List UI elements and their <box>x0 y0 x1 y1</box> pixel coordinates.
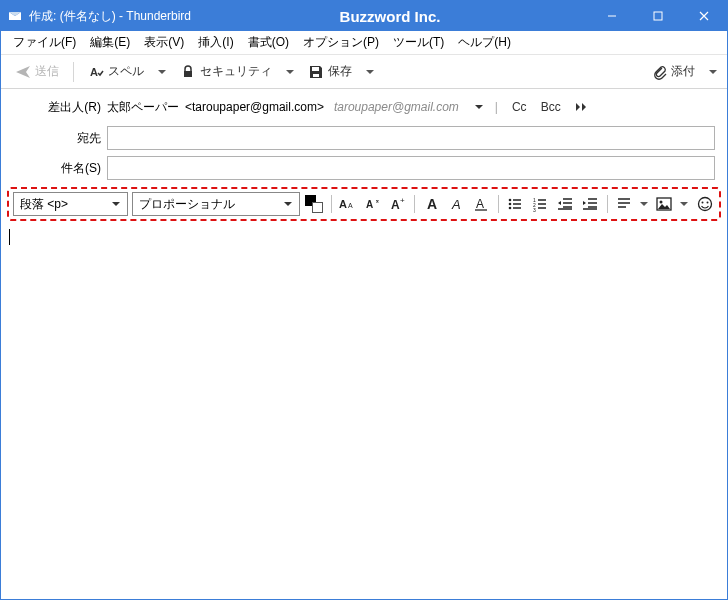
cc-button[interactable]: Cc <box>508 98 531 116</box>
bcc-button[interactable]: Bcc <box>537 98 565 116</box>
font-select[interactable]: プロポーショナル <box>132 192 300 216</box>
spell-label: スペル <box>108 63 144 80</box>
format-toolbar: 段落 <p> プロポーショナル AA A A+ A A A 123 <box>7 187 721 221</box>
svg-text:A: A <box>476 197 484 211</box>
svg-rect-3 <box>312 67 319 71</box>
chevron-down-icon <box>111 197 121 211</box>
svg-text:+: + <box>400 196 405 205</box>
svg-point-23 <box>701 202 703 204</box>
attach-button[interactable]: 添付 <box>645 60 701 83</box>
insert-image-button[interactable] <box>654 193 675 215</box>
from-alt-email: taroupaper@gmail.com <box>334 100 459 114</box>
svg-rect-0 <box>654 12 662 20</box>
divider: | <box>495 100 498 114</box>
insert-dropdown[interactable] <box>679 200 690 208</box>
paragraph-value: 段落 <p> <box>20 196 111 213</box>
close-button[interactable] <box>681 1 727 31</box>
menu-options[interactable]: オプション(P) <box>297 32 385 53</box>
numbered-list-button[interactable]: 123 <box>530 193 551 215</box>
menu-file[interactable]: ファイル(F) <box>7 32 82 53</box>
italic-button[interactable]: A <box>446 193 467 215</box>
emoji-button[interactable] <box>694 193 715 215</box>
text-color-button[interactable] <box>304 193 325 215</box>
to-input[interactable] <box>107 126 715 150</box>
indent-button[interactable] <box>580 193 601 215</box>
separator <box>607 195 608 213</box>
menu-help[interactable]: ヘルプ(H) <box>452 32 517 53</box>
to-label: 宛先 <box>13 130 101 147</box>
font-value: プロポーショナル <box>139 196 283 213</box>
window-controls <box>589 1 727 31</box>
from-dropdown[interactable] <box>473 103 485 111</box>
svg-point-21 <box>660 201 663 204</box>
from-name: 太郎ペーパー <box>107 99 179 116</box>
subject-row: 件名(S) <box>13 155 715 181</box>
spell-button[interactable]: A スペル <box>82 60 150 83</box>
send-button[interactable]: 送信 <box>9 60 65 83</box>
svg-text:A: A <box>427 196 437 212</box>
menu-edit[interactable]: 編集(E) <box>84 32 136 53</box>
menu-tools[interactable]: ツール(T) <box>387 32 450 53</box>
svg-text:A: A <box>391 198 400 212</box>
svg-point-14 <box>509 199 512 202</box>
separator <box>498 195 499 213</box>
attach-dropdown[interactable] <box>707 68 719 76</box>
titlebar: 作成: (件名なし) - Thunderbird Buzzword Inc. <box>1 1 727 31</box>
main-toolbar: 送信 A スペル セキュリティ 保存 添付 <box>1 55 727 89</box>
send-icon <box>15 64 31 80</box>
from-label: 差出人(R) <box>13 99 101 116</box>
menu-view[interactable]: 表示(V) <box>138 32 190 53</box>
menubar: ファイル(F) 編集(E) 表示(V) 挿入(I) 書式(O) オプション(P)… <box>1 31 727 55</box>
spell-icon: A <box>88 64 104 80</box>
underline-button[interactable]: A <box>471 193 492 215</box>
align-dropdown[interactable] <box>638 200 649 208</box>
security-dropdown[interactable] <box>284 68 296 76</box>
font-size-larger-button[interactable]: A+ <box>387 193 408 215</box>
attach-label: 添付 <box>671 63 695 80</box>
brand-label: Buzzword Inc. <box>191 8 589 25</box>
save-button[interactable]: 保存 <box>302 60 358 83</box>
menu-insert[interactable]: 挿入(I) <box>192 32 239 53</box>
paperclip-icon <box>651 64 667 80</box>
maximize-button[interactable] <box>635 1 681 31</box>
svg-text:A: A <box>339 198 347 210</box>
address-block: 差出人(R) 太郎ペーパー <taroupaper@gmail.com> tar… <box>1 89 727 181</box>
font-size-smaller-button[interactable]: A <box>362 193 383 215</box>
svg-point-15 <box>509 203 512 206</box>
from-email: <taroupaper@gmail.com> <box>185 100 324 114</box>
bold-button[interactable]: A <box>421 193 442 215</box>
spell-dropdown[interactable] <box>156 68 168 76</box>
bullet-list-button[interactable] <box>505 193 526 215</box>
message-body[interactable] <box>9 225 719 591</box>
save-dropdown[interactable] <box>364 68 376 76</box>
subject-input[interactable] <box>107 156 715 180</box>
to-row: 宛先 <box>13 125 715 151</box>
send-label: 送信 <box>35 63 59 80</box>
separator <box>414 195 415 213</box>
subject-label: 件名(S) <box>13 160 101 177</box>
svg-text:A: A <box>451 197 461 212</box>
save-label: 保存 <box>328 63 352 80</box>
svg-point-24 <box>706 202 708 204</box>
menu-format[interactable]: 書式(O) <box>242 32 295 53</box>
outdent-button[interactable] <box>555 193 576 215</box>
font-size-decrease-button[interactable]: AA <box>338 193 359 215</box>
svg-text:A: A <box>90 66 98 78</box>
minimize-button[interactable] <box>589 1 635 31</box>
save-icon <box>308 64 324 80</box>
app-icon <box>7 8 23 24</box>
security-label: セキュリティ <box>200 63 272 80</box>
separator <box>73 62 74 82</box>
from-row: 差出人(R) 太郎ペーパー <taroupaper@gmail.com> tar… <box>13 93 715 121</box>
lock-icon <box>180 64 196 80</box>
security-button[interactable]: セキュリティ <box>174 60 278 83</box>
window-title: 作成: (件名なし) - Thunderbird <box>29 8 191 25</box>
compose-window: 作成: (件名なし) - Thunderbird Buzzword Inc. フ… <box>0 0 728 600</box>
svg-text:A: A <box>366 199 373 210</box>
color-swatch-icon <box>305 195 323 213</box>
more-recipients-button[interactable] <box>571 102 595 112</box>
paragraph-select[interactable]: 段落 <p> <box>13 192 128 216</box>
svg-text:3: 3 <box>533 207 536 213</box>
align-button[interactable] <box>613 193 634 215</box>
chevron-down-icon <box>283 197 293 211</box>
